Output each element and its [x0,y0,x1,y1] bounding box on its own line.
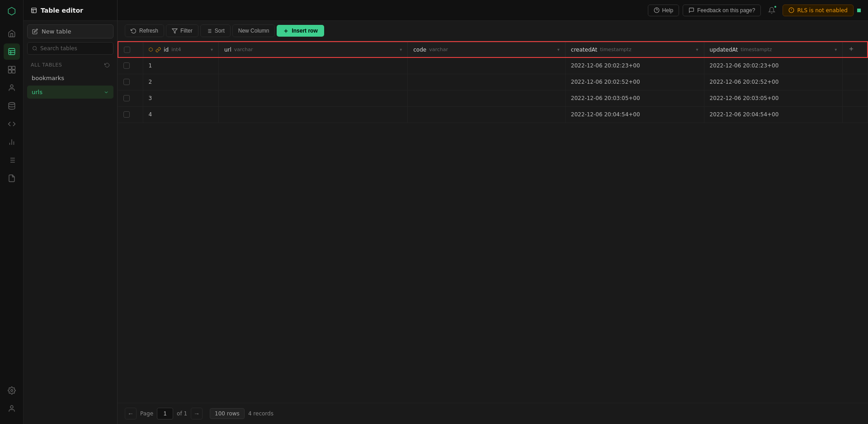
bookmarks-table-name: bookmarks [32,75,64,81]
user-nav-icon[interactable] [4,400,20,417]
svg-rect-4 [8,67,11,70]
cell-createdat: 2022-12-06 20:03:05+00 [565,90,704,106]
pagination: ← Page of 1 → 100 rows 4 records [118,403,868,424]
refresh-icon[interactable] [104,62,110,68]
storage-nav-icon[interactable] [4,98,20,114]
toolbar: Refresh Filter Sort New Column Insert ro… [118,21,868,41]
docs-nav-icon[interactable] [4,170,20,186]
api-nav-icon[interactable] [4,116,20,132]
table-row[interactable]: 3 2022-12-06 20:03:05+00 2022-12-06 20:0… [118,90,868,106]
row-checkbox[interactable] [123,62,130,69]
cell-updatedat: 2022-12-06 20:04:54+00 [704,106,843,123]
icon-rail: ⬡ [0,0,24,424]
row-checkbox-cell[interactable] [118,90,143,106]
new-table-button[interactable]: New table [27,24,113,38]
svg-point-20 [10,405,13,408]
cell-id: 1 [143,57,218,74]
sort-button[interactable]: Sort [200,24,231,37]
notifications-button[interactable] [764,3,779,18]
cell-createdat: 2022-12-06 20:04:54+00 [565,106,704,123]
filter-button[interactable]: Filter [166,24,198,37]
help-button[interactable]: Help [648,5,679,16]
row-checkbox-cell[interactable] [118,57,143,74]
feedback-label: Feedback on this page? [697,7,755,14]
row-checkbox[interactable] [123,79,130,85]
auth-nav-icon[interactable] [4,80,20,96]
select-all-checkbox[interactable] [124,47,130,53]
cell-updatedat: 2022-12-06 20:02:23+00 [704,57,843,74]
page-label: Page [140,410,153,417]
header-checkbox-cell[interactable] [118,42,143,57]
database-nav-icon[interactable] [4,62,20,78]
table-row[interactable]: 4 2022-12-06 20:04:54+00 2022-12-06 20:0… [118,106,868,123]
logs-nav-icon[interactable] [4,152,20,168]
table-row[interactable]: 2 2022-12-06 20:02:52+00 2022-12-06 20:0… [118,74,868,90]
cell-url [218,106,407,123]
insert-row-button[interactable]: Insert row [277,25,324,37]
help-icon [654,7,660,13]
table-row[interactable]: 1 2022-12-06 20:02:23+00 2022-12-06 20:0… [118,57,868,74]
svg-point-9 [9,103,15,105]
row-checkbox-cell[interactable] [118,106,143,123]
header-id[interactable]: ⬡ id int4 ▾ [143,42,218,57]
new-column-button[interactable]: New Column [232,24,275,37]
cell-extra [843,57,868,74]
plus-icon [848,46,854,52]
row-checkbox[interactable] [123,95,130,101]
row-checkbox-cell[interactable] [118,74,143,90]
of-label: of 1 [177,410,187,417]
table-editor-nav-icon[interactable] [4,43,20,60]
refresh-button[interactable]: Refresh [125,24,164,37]
reports-nav-icon[interactable] [4,134,20,150]
table-header: ⬡ id int4 ▾ url varchar ▾ [118,42,868,57]
header-createdat[interactable]: createdAt timestamptz ▾ [565,42,704,57]
row-checkbox[interactable] [123,111,130,118]
rows-per-page[interactable]: 100 rows [210,408,245,419]
feedback-button[interactable]: Feedback on this page? [683,5,761,16]
chevron-down-icon [104,90,109,95]
header-code[interactable]: code varchar ▾ [408,42,566,57]
notification-dot [774,5,777,9]
cell-updatedat: 2022-12-06 20:02:52+00 [704,74,843,90]
warning-icon [788,7,794,13]
add-column-button[interactable] [843,42,868,57]
cell-code [408,106,566,123]
table-area: ⬡ id int4 ▾ url varchar ▾ [118,41,868,403]
cell-url [218,90,407,106]
urls-table-name: urls [32,89,42,95]
header-updatedat[interactable]: updatedAt timestamptz ▾ [704,42,843,57]
cell-updatedat: 2022-12-06 20:03:05+00 [704,90,843,106]
header-url[interactable]: url varchar ▾ [218,42,407,57]
cell-url [218,57,407,74]
sidebar-body: New table Search tables All tables bookm… [24,21,117,424]
data-table: ⬡ id int4 ▾ url varchar ▾ [118,41,868,123]
help-label: Help [662,7,674,14]
topbar: Help Feedback on this page? RLS is not e… [118,0,868,21]
settings-nav-icon[interactable] [4,382,20,399]
svg-rect-21 [32,8,37,13]
refresh-label: Refresh [139,28,158,34]
svg-marker-31 [172,29,177,33]
sidebar-item-bookmarks[interactable]: bookmarks [27,71,113,85]
insert-row-label: Insert row [292,28,317,34]
plus-icon [283,28,289,34]
svg-rect-7 [12,70,15,73]
next-page-button[interactable]: → [191,408,203,419]
cell-code [408,90,566,106]
cell-createdat: 2022-12-06 20:02:23+00 [565,57,704,74]
svg-point-8 [10,85,13,87]
rls-badge[interactable]: RLS is not enabled [783,5,854,16]
svg-rect-6 [8,70,11,73]
home-icon[interactable] [4,25,20,42]
svg-point-24 [33,47,37,50]
svg-rect-0 [9,48,15,55]
sort-label: Sort [215,28,225,34]
page-number-input[interactable] [157,408,173,419]
new-table-label: New table [42,28,71,35]
prev-page-button[interactable]: ← [125,408,137,419]
table-body: 1 2022-12-06 20:02:23+00 2022-12-06 20:0… [118,57,868,123]
search-tables-box[interactable]: Search tables [27,42,113,55]
sidebar-header: Table editor [24,0,117,21]
sidebar-item-urls[interactable]: urls [27,86,113,99]
cell-createdat: 2022-12-06 20:02:52+00 [565,74,704,90]
